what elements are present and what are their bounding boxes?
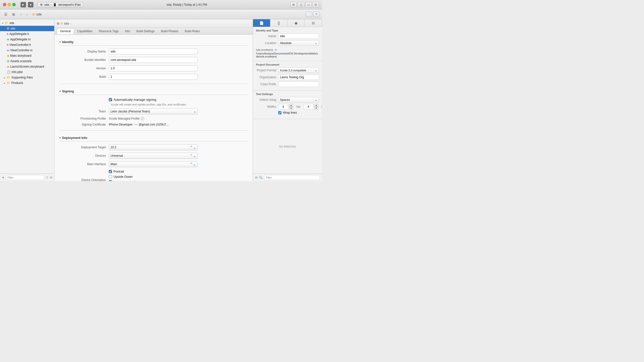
identity-header: ▾ Identity [59,39,248,46]
project-icon: ⚙ [7,27,10,30]
team-arrow: ⌄ [194,110,196,113]
interface-control: Main ⌃⌄ [109,161,198,167]
breadcrumb-text[interactable]: sda [36,12,42,16]
titlebar-right-buttons: ⊞ ◫ ▭ ⊟ [290,2,319,8]
sidebar-item-launch-storyboard[interactable]: ◈ LaunchScreen.storyboard [0,64,54,69]
version-control [109,65,198,71]
sidebar-project[interactable]: ▾ ⚙ sda [0,26,54,31]
display-name-input[interactable] [109,49,198,55]
display-name-row: Display Name [59,49,248,55]
right-name-row: Name [256,34,319,39]
right-tab-circle[interactable]: ◉ [288,19,305,27]
right-name-input[interactable] [278,34,319,39]
sidebar-item-main-storyboard[interactable]: ◈ Main.storyboard [0,53,54,58]
devices-selector[interactable]: Universal ⌃⌄ [109,153,198,159]
auto-manage-checkbox[interactable] [109,98,112,101]
forward-button[interactable]: › [24,12,30,17]
interface-selector[interactable]: Main ⌃⌄ [109,161,198,167]
right-location-selector[interactable]: Absolute ⌄ [278,40,319,46]
breadcrumb-toggle[interactable]: ⊞ [57,22,59,25]
tab-bar: General Capabilities Resource Tags Info … [54,28,253,35]
build-label: Build [59,75,109,79]
cert-label: Signing Certificate [59,123,109,126]
signing-disclosure[interactable]: ▾ [59,90,60,93]
indent-decrement[interactable]: ▼ [314,107,318,109]
sidebar-item-assets[interactable]: ⊞ Assets.xcassets [0,58,54,64]
tab-build-rules[interactable]: Build Rules [182,28,203,34]
sidebar-item-info-plist[interactable]: 📋 Info.plist [0,69,54,75]
wrap-checkbox[interactable] [278,111,282,114]
bundle-id-input[interactable] [109,57,198,63]
indent-increment[interactable]: ▲ [314,104,318,107]
stop-button[interactable]: ■ [28,2,34,8]
folder-prod-icon: 📁 [7,81,10,85]
toolbar: ☰ ⊞ ‹ › ⚙ sda 📄 ? [0,10,322,19]
team-selector[interactable]: Leon Jacobs (Personal Team) ⌄ [109,108,198,114]
target-selector[interactable]: 10.2 ⌃⌄ [109,144,198,150]
provisioning-control: Xcode Managed Profile i [109,117,198,120]
sidebar-item-supporting-files[interactable]: ▸ 📁 Supporting Files [0,75,54,80]
back-button[interactable]: ‹ [18,12,24,17]
identity-disclosure[interactable]: ▾ [59,41,60,43]
right-tab-layout[interactable]: ⊟ [305,19,322,27]
breadcrumb-project-name[interactable]: sda [64,22,69,25]
m-file-icon: m [7,38,9,41]
storyboard-icon: ◈ [7,54,9,57]
upside-down-checkbox[interactable] [109,175,112,178]
info-icon[interactable]: i [141,117,144,120]
tab-increment[interactable]: ▲ [289,104,293,107]
minimize-button[interactable] [8,3,11,6]
indent-value-input[interactable] [304,104,313,109]
layout-button[interactable]: ◫ [298,2,304,8]
content: ⊞ ⚙ sda › General Capabilities Resource … [54,19,322,181]
right-tab-code[interactable]: {} [270,19,288,27]
editor-breadcrumb: ⊞ ⚙ sda › [54,19,253,28]
tab-info[interactable]: Info [122,28,133,34]
tab-build-settings[interactable]: Build Settings [133,28,158,34]
right-filter-input[interactable] [264,175,320,180]
sidebar-item-viewcontroller-h[interactable]: h ViewController.h [0,42,54,48]
layout3-button[interactable]: ⊟ [312,2,319,8]
help-button[interactable]: ? [313,12,320,17]
widths-control: ▲ ▼ Tab ▲ ▼ Indent [278,104,322,109]
sidebar-item-products[interactable]: ▸ 📁 Products [0,80,54,86]
bundle-id-control [109,57,198,63]
layout2-button[interactable]: ▭ [305,2,312,8]
sidebar-toggle-button[interactable]: ⊞ [290,2,297,8]
right-format-selector[interactable]: Xcode 3.2-compatible ⌄ [278,68,319,73]
right-panel-bottom: ⊞ 🔍 [253,173,322,181]
navigator-toggle[interactable]: ☰ [2,11,9,18]
tab-capabilities[interactable]: Capabilities [74,28,96,34]
disclosure-prod: ▸ [4,82,5,84]
file-label5: Assets.xcassets [10,59,32,63]
scheme-selector[interactable]: ⚙ sda › 📱 sensepost's iPad [37,2,83,7]
right-prefix-input[interactable] [278,81,319,87]
filter-options-icon[interactable]: ⊞ [50,176,52,179]
right-tab-doc[interactable]: 📄 [253,19,270,27]
landscape-left-checkbox[interactable] [109,180,112,181]
deployment-section: ▾ Deployment Info Deployment Target 10.2… [59,134,248,181]
tab-general[interactable]: General [57,28,74,34]
deployment-disclosure[interactable]: ▾ [59,136,60,139]
close-button[interactable] [3,3,6,6]
portrait-checkbox[interactable] [109,170,112,173]
cert-control: iPhone Developer: @gmail.com (XZ9U7... [109,123,198,126]
maximize-button[interactable] [12,3,16,6]
sidebar-item-appdelegate-m[interactable]: m AppDelegate.m [0,37,54,42]
right-org-input[interactable] [278,75,319,80]
doc-button[interactable]: 📄 [306,12,312,17]
right-indent-selector[interactable]: Spaces ⌄ [278,97,319,102]
tab-build-phases[interactable]: Build Phases [158,28,182,34]
add-icon[interactable]: + [2,175,4,180]
tab-decrement[interactable]: ▼ [289,107,293,109]
version-input[interactable] [109,65,198,71]
tab-resource-tags[interactable]: Resource Tags [96,28,122,34]
sidebar-root[interactable]: ▾ 📁 sda [0,20,54,26]
play-button[interactable]: ▶ [20,2,26,8]
sidebar-filter-input[interactable] [6,175,44,180]
indent-label2: Indent [321,105,322,108]
sidebar-item-viewcontroller-m[interactable]: m ViewController.m [0,48,54,53]
build-input[interactable] [109,74,198,80]
tab-value-input[interactable] [278,104,288,109]
sidebar-item-appdelegate-h[interactable]: h AppDelegate.h [0,31,54,37]
